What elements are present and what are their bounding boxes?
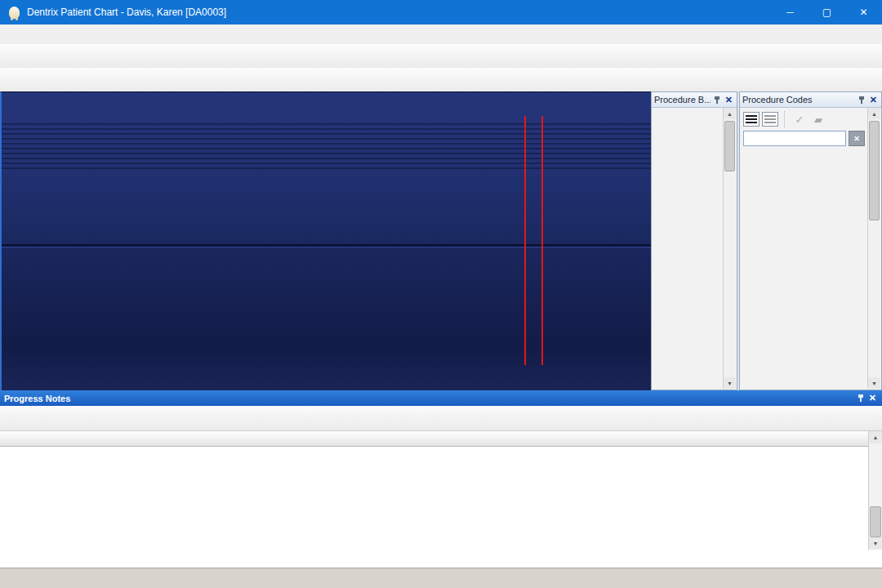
menu-bar: [0, 24, 882, 45]
eraser-icon: ▰: [810, 114, 826, 126]
procedure-codes-scrollbar[interactable]: ▲ ▼: [867, 108, 880, 389]
progress-notes-section: Progress Notes ✕ ▲ ▼: [0, 390, 882, 568]
procedure-codes-panel: Procedure Codes ✕ ✓ ▰ ✕ ▲ ▼: [739, 91, 882, 390]
scroll-down-icon[interactable]: ▼: [868, 377, 880, 389]
app-tooth-logo-icon: [9, 7, 20, 19]
close-button[interactable]: ✕: [845, 0, 882, 24]
selected-tooth-outline: [524, 116, 543, 365]
progress-notes-table-header: [0, 431, 869, 447]
procedure-buttons-grid: [653, 108, 724, 389]
close-icon[interactable]: ✕: [867, 393, 878, 403]
pin-icon[interactable]: [858, 394, 864, 402]
close-icon[interactable]: ✕: [868, 95, 879, 105]
procedure-buttons-scrollbar[interactable]: ▲ ▼: [723, 108, 736, 389]
minimize-button[interactable]: ─: [772, 0, 808, 24]
arch-divider: [2, 244, 651, 247]
close-icon[interactable]: ✕: [724, 95, 734, 105]
progress-notes-header: Progress Notes ✕: [0, 390, 882, 406]
scroll-up-icon[interactable]: ▲: [869, 431, 882, 443]
progress-notes-scrollbar[interactable]: ▲ ▼: [868, 431, 882, 550]
chart-background-stripes: [2, 123, 651, 171]
dentrix-patient-chart-window: Dentrix Patient Chart - Davis, Karen [DA…: [0, 0, 882, 588]
pin-icon[interactable]: [714, 96, 720, 104]
procedure-codes-toolbar: ✓ ▰: [740, 108, 881, 130]
list-simple-view-icon[interactable]: [762, 112, 778, 127]
procedure-category-list: [742, 147, 868, 388]
scroll-down-icon[interactable]: ▼: [724, 377, 736, 389]
progress-notes-title: Progress Notes: [4, 394, 854, 403]
maximize-button[interactable]: ▢: [808, 0, 845, 24]
procedure-buttons-title: Procedure B...: [654, 95, 710, 105]
window-controls: ─▢✕: [772, 0, 882, 24]
progress-notes-toolbar: [0, 406, 882, 431]
scroll-up-icon[interactable]: ▲: [724, 108, 736, 119]
scroll-up-icon[interactable]: ▲: [868, 108, 880, 119]
scrollbar-thumb[interactable]: [870, 506, 881, 537]
scrollbar-thumb[interactable]: [869, 121, 880, 220]
scrollbar-thumb[interactable]: [724, 121, 735, 172]
procedure-code-search: ✕: [740, 130, 881, 149]
post-procedure-icon: ✓: [791, 114, 808, 126]
procedure-buttons-panel: Procedure B... ✕ ▲ ▼: [651, 91, 737, 390]
procedure-code-search-input[interactable]: [743, 131, 846, 146]
scroll-down-icon[interactable]: ▼: [869, 537, 882, 550]
title-bar: Dentrix Patient Chart - Davis, Karen [DA…: [0, 0, 882, 24]
list-detail-view-icon[interactable]: [743, 112, 760, 127]
clear-search-icon[interactable]: ✕: [849, 131, 865, 146]
procedure-codes-header: Procedure Codes ✕: [740, 92, 881, 108]
window-title: Dentrix Patient Chart - Davis, Karen [DA…: [27, 7, 772, 18]
pin-icon[interactable]: [858, 96, 865, 104]
procedure-codes-title: Procedure Codes: [742, 95, 855, 105]
chart-toolbar: [0, 68, 882, 92]
main-toolbar: [0, 44, 882, 69]
tooth-chart[interactable]: [0, 91, 651, 391]
main-area: Procedure B... ✕ ▲ ▼ Procedure Codes ✕: [0, 91, 882, 390]
procedure-buttons-header: Procedure B... ✕: [652, 92, 737, 108]
bottom-tab-bar: [0, 568, 882, 588]
